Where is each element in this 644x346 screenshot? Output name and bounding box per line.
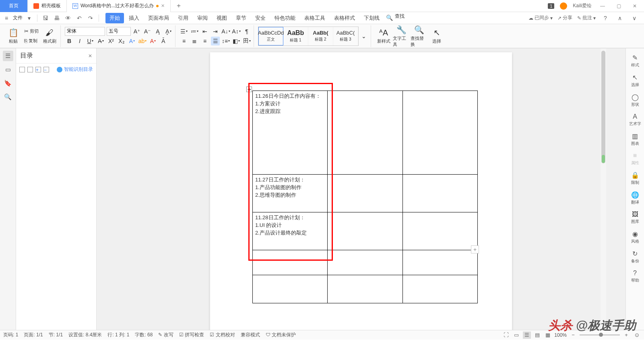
menu-table-style[interactable]: 表格样式 [330,13,359,23]
close-button[interactable]: ✕ [630,3,640,9]
phonetic-icon[interactable]: Ǎ [159,37,168,45]
outline-icon[interactable]: ☰ [3,51,13,61]
shrink-font-icon[interactable]: A⁻ [143,27,152,36]
add-column-button[interactable]: + [471,245,479,253]
menu-insert[interactable]: 插入 [125,13,143,23]
rb-gallery[interactable]: 🖼图库 [627,209,643,226]
caret-up-icon[interactable]: ∧ [615,13,625,23]
menu-start[interactable]: 开始 [105,13,124,23]
smart-toc-button[interactable]: 智能识别目录 [57,66,93,73]
copy-button[interactable]: ⎘复制 [23,37,40,45]
document-table[interactable]: 11.26日今日的工作内容有： 1.方案设计 2.进度跟踪 11.27日工作的计… [252,91,478,303]
grow-font-icon[interactable]: A⁺ [132,27,141,36]
table-cell[interactable] [402,91,477,175]
toc-box-icon[interactable] [19,67,25,72]
text-effect-icon[interactable]: A [128,37,136,45]
align-right-icon[interactable]: ≡ [200,37,209,45]
format-painter-button[interactable]: 🖌格式刷 [41,26,58,46]
menu-reference[interactable]: 引用 [174,13,192,23]
align-left-icon[interactable]: ≡ [180,37,188,45]
status-setval[interactable]: 设置值: 8.4厘米 [68,332,102,338]
rb-theme[interactable]: ◉风格 [627,229,643,246]
menu-review[interactable]: 审阅 [193,13,212,23]
strike-icon[interactable]: A̶ [96,37,105,45]
tab-template[interactable]: 稻壳模板 [28,0,67,12]
table-move-handle[interactable]: ✥ [246,86,252,92]
text-direction-icon[interactable]: A↓ [221,27,230,36]
rb-backup[interactable]: ↻备份 [627,248,643,266]
font-name-select[interactable] [65,27,105,36]
table-cell[interactable] [328,212,402,250]
decrease-indent-icon[interactable]: ⇤ [200,27,209,36]
align-center-icon[interactable]: ≣ [190,37,199,45]
show-marks-icon[interactable]: ¶ [242,27,251,36]
status-line[interactable]: 行: 1 列: 1 [107,332,129,338]
bold-icon[interactable]: B [65,37,74,45]
print-icon[interactable]: 🖶 [52,13,62,23]
bookmark-icon[interactable]: 🔖 [3,78,13,89]
table-cell[interactable]: 11.27日工作的计划： 1.产品功能图的制作 2.思维导图的制作 [253,175,328,212]
underline-icon[interactable]: U [86,37,95,45]
table-cell[interactable] [402,212,477,250]
username[interactable]: Kaili爱绘 [573,2,592,9]
increase-indent-icon[interactable]: ⇥ [211,27,220,36]
fit-icon[interactable]: ⊙ [633,332,641,339]
style-normal[interactable]: AaBbCcDd正文 [258,27,283,45]
rb-help[interactable]: ?帮助 [627,268,643,285]
menu-special[interactable]: 特色功能 [270,13,299,23]
menu-security[interactable]: 安全 [251,13,270,23]
search-icon[interactable]: 🔍 [384,13,394,23]
help-icon[interactable]: ? [601,13,610,23]
redo-icon[interactable]: ↷ [86,13,95,23]
menu-table-tools[interactable]: 表格工具 [300,13,329,23]
style-h3[interactable]: AaBbC(标题 3 [333,27,358,45]
table-cell[interactable] [328,275,402,303]
paste-button[interactable]: 📋粘贴 [5,26,22,46]
rb-limit[interactable]: 🔒限制 [627,170,643,187]
italic-icon[interactable]: I [75,37,84,45]
tab-document[interactable]: W Word表格中的...过大不好看怎么办 ✕ [67,0,171,12]
menu-section[interactable]: 章节 [232,13,250,23]
view-print-icon[interactable]: ☰ [523,332,531,339]
expand-gallery-icon[interactable]: ⌄ [359,32,368,41]
fullscreen-icon[interactable]: ⛶ [502,332,510,339]
save-icon[interactable]: 🖫 [41,13,50,23]
avatar[interactable] [560,2,567,10]
clear-format-icon[interactable]: Ą [153,27,162,36]
table-cell[interactable] [253,275,328,303]
rb-style[interactable]: ✎样式 [627,52,643,70]
select-button[interactable]: ↖选择 [428,26,445,46]
new-tab-button[interactable]: ＋ [171,2,187,10]
subscript-icon[interactable]: X₂ [117,37,126,45]
rb-translate[interactable]: 🌐翻译 [627,189,643,207]
view-outline-icon[interactable]: ▦ [544,332,552,339]
table-cell[interactable] [402,250,477,275]
zoom-in-icon[interactable]: + [622,332,630,339]
border-icon[interactable]: 田 [242,37,251,45]
font-size-select[interactable] [107,27,131,36]
preview-icon[interactable]: 👁 [63,13,73,23]
maximize-button[interactable]: ▢ [613,3,624,9]
change-case-icon[interactable]: A͇ [164,27,173,36]
file-menu[interactable]: 文件 [13,14,23,21]
align-justify-icon[interactable]: ☰ [211,37,220,45]
bullet-list-icon[interactable]: ☰ [180,27,188,36]
hamburger-icon[interactable]: ≡ [2,13,11,23]
chevron-down-icon[interactable]: ▾ [24,13,34,23]
table-cell[interactable] [402,175,477,212]
status-section[interactable]: 节: 1/1 [49,332,63,338]
status-compat[interactable]: 兼容模式 [241,332,260,338]
line-spacing-icon[interactable]: ↕≡ [221,37,230,45]
toc-box-icon[interactable]: − [43,67,49,72]
tab-home[interactable]: 首页 [0,0,28,12]
toc-box-icon[interactable] [27,67,33,72]
close-icon[interactable]: ✕ [88,53,92,59]
zoom-icon[interactable]: 🔍 [3,92,13,102]
page-icon[interactable]: ▭ [3,64,13,75]
shading-icon[interactable]: ◧ [232,37,241,45]
vertical-scrollbar[interactable] [601,48,606,330]
rb-chart[interactable]: ▥图表 [627,131,643,148]
rb-property[interactable]: ≡属性 [627,150,643,167]
view-page-icon[interactable]: ▭ [512,332,520,339]
status-words[interactable]: 字数: 68 [135,332,153,338]
